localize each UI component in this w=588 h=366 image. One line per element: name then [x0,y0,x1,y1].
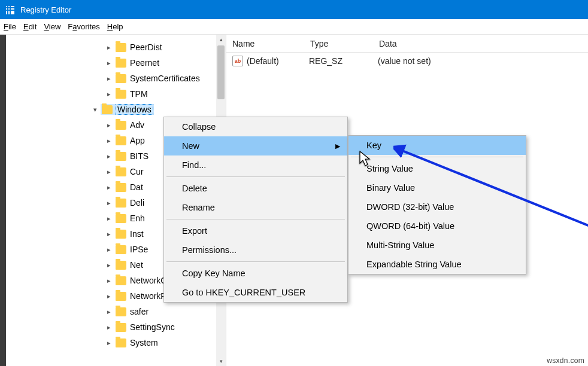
folder-icon [116,43,126,52]
ctx-new[interactable]: New▶ [164,136,347,155]
tree-node-label: Cur [130,167,144,176]
chevron-right-icon[interactable]: ▸ [105,277,113,285]
tree-node-label: Inst [130,229,144,239]
menuitem-label: Key [366,141,381,150]
folder-icon [116,90,126,99]
chevron-right-icon[interactable]: ▸ [105,215,113,222]
new-dword-32-bit-value[interactable]: DWORD (32-bit) Value [348,197,526,216]
tree-node-peernet[interactable]: ▸Peernet [6,55,216,71]
tree-node-safer[interactable]: ▸safer [6,304,216,319]
menu-separator [166,261,345,262]
tree-node-systemcertificates[interactable]: ▸SystemCertificates [6,71,216,86]
ctx-rename[interactable]: Rename [164,198,347,217]
chevron-right-icon[interactable]: ▸ [105,339,113,347]
new-key[interactable]: Key [348,136,526,155]
ctx-go-to-hkey-current-user[interactable]: Go to HKEY_CURRENT_USER [164,283,347,302]
tree-node-label: Adv [130,120,144,130]
menuitem-label: Collapse [182,122,216,132]
watermark-text: wsxdn.com [547,356,584,365]
chevron-right-icon[interactable]: ▸ [105,121,113,129]
scroll-up-button[interactable]: ▴ [216,35,226,44]
chevron-right-icon[interactable]: ▸ [105,90,113,98]
context-submenu-new[interactable]: KeyString ValueBinary ValueDWORD (32-bit… [348,135,526,274]
menuitem-label: Copy Key Name [182,269,245,278]
ctx-export[interactable]: Export [164,221,347,240]
value-row[interactable]: ab (Default) REG_SZ (value not set) [226,53,588,69]
tree-node-label: TPM [130,89,148,99]
folder-icon [116,292,126,301]
tree-node-windows[interactable]: ▾Windows [6,102,216,117]
col-header-data[interactable]: Data [373,39,588,48]
tree-node-label: Deli [130,198,144,208]
tree-node-label: Net [130,260,143,270]
ctx-permissions[interactable]: Permissions... [164,240,347,260]
new-string-value[interactable]: String Value [348,159,526,178]
folder-icon [116,183,126,192]
menuitem-label: Export [182,226,207,236]
col-header-name[interactable]: Name [226,39,304,48]
scroll-thumb[interactable] [217,45,225,99]
menuitem-label: QWORD (64-bit) Value [366,221,454,231]
menuitem-label: Multi-String Value [366,240,434,250]
chevron-right-icon[interactable]: ▸ [105,230,113,238]
ctx-copy-key-name[interactable]: Copy Key Name [164,264,347,283]
menuitem-label: Permissions... [182,245,237,255]
folder-icon [116,338,126,347]
chevron-right-icon[interactable]: ▸ [105,324,113,331]
folder-icon [116,245,126,254]
chevron-down-icon[interactable]: ▾ [91,106,99,114]
col-header-type[interactable]: Type [304,39,373,48]
context-menu-key[interactable]: CollapseNew▶Find...DeleteRenameExportPer… [163,117,348,303]
tree-node-peerdist[interactable]: ▸PeerDist [6,39,216,55]
menu-edit[interactable]: Edit [23,22,37,31]
tree-node-label: Enh [130,214,145,223]
menu-favorites[interactable]: Favorites [68,22,99,31]
chevron-right-icon[interactable]: ▸ [105,137,113,145]
menu-view[interactable]: View [44,22,60,31]
new-qword-64-bit-value[interactable]: QWORD (64-bit) Value [348,216,526,236]
menu-separator [166,176,345,177]
tree-node-tpm[interactable]: ▸TPM [6,86,216,102]
chevron-right-icon[interactable]: ▸ [105,168,113,176]
menuitem-label: Find... [182,160,206,170]
tree-node-label: safer [130,307,148,316]
chevron-right-icon[interactable]: ▸ [105,199,113,207]
tree-node-system[interactable]: ▸System [6,335,216,350]
folder-icon [102,105,113,114]
menu-separator [351,157,523,157]
chevron-right-icon[interactable]: ▸ [105,75,113,83]
menuitem-label: Binary Value [366,183,415,193]
new-binary-value[interactable]: Binary Value [348,178,526,197]
menu-help[interactable]: Help [107,22,123,31]
scroll-down-button[interactable]: ▾ [216,356,226,366]
ctx-delete[interactable]: Delete [164,179,347,198]
ctx-find[interactable]: Find... [164,155,347,175]
chevron-right-icon[interactable]: ▸ [105,308,113,316]
menuitem-label: Delete [182,184,207,193]
chevron-right-icon[interactable]: ▸ [105,152,113,160]
folder-icon [116,152,126,161]
chevron-right-icon[interactable]: ▸ [105,261,113,269]
chevron-right-icon[interactable]: ▸ [105,184,113,191]
menubar: File Edit View Favorites Help [0,19,588,35]
tree-node-label: Dat [130,182,143,192]
menu-file[interactable]: File [4,22,16,31]
ctx-collapse[interactable]: Collapse [164,117,347,136]
chevron-right-icon[interactable]: ▸ [105,59,113,67]
chevron-right-icon[interactable]: ▸ [105,246,113,254]
new-multi-string-value[interactable]: Multi-String Value [348,236,526,255]
chevron-right-icon[interactable]: ▸ [105,44,113,51]
chevron-right-icon[interactable]: ▸ [105,292,113,300]
string-value-icon: ab [232,56,243,66]
new-expandable-string-value[interactable]: Expandable String Value [348,255,526,274]
menuitem-label: Rename [182,203,215,212]
folder-icon [116,276,126,285]
window-titlebar: Registry Editor [0,0,588,19]
tree-node-settingsync[interactable]: ▸SettingSync [6,319,216,335]
folder-icon [116,121,126,130]
tree-node-label: IPSe [130,245,148,254]
folder-icon [116,74,126,83]
folder-icon [116,199,126,208]
folder-icon [116,261,126,270]
tree-node-label: Peernet [130,58,159,68]
